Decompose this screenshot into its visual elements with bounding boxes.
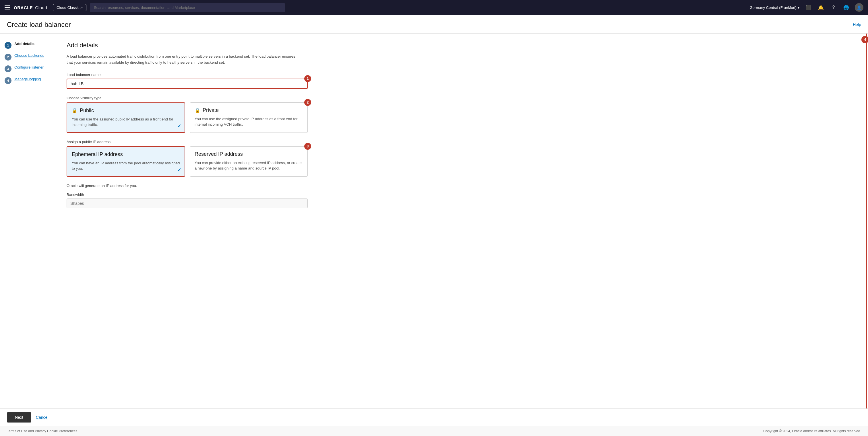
public-card-desc: You can use the assigned public IP addre… [72,116,180,128]
step-2-item[interactable]: 2 Choose backends [5,53,53,61]
annotation-badge-1: 1 [304,75,311,82]
console-icon[interactable]: ⬛ [804,3,812,11]
bandwidth-field-group: Bandwidth [67,193,859,208]
bandwidth-label: Bandwidth [67,193,859,197]
visibility-field-group: Choose visibility type 2 🔓 Public You ca… [67,96,859,133]
step-4-label: Manage logging [14,77,41,81]
search-input[interactable] [90,3,285,12]
main-content: 4 1 Add details 2 Choose backends 3 Conf… [0,34,868,408]
help-icon[interactable]: ? [830,3,838,11]
nav-right: Germany Central (Frankfurt) ▾ ⬛ 🔔 ? 🌐 👤 [750,3,863,12]
ip-card-group: Ephemeral IP address You can have an IP … [67,146,308,177]
reserved-card-title: Reserved IP address [195,151,243,157]
lb-name-label: Load balancer name [67,73,859,77]
step-4-circle: 4 [5,77,11,84]
ip-assign-label: Assign a public IP address [67,140,859,144]
step-1-circle: 1 [5,42,11,49]
ip-assign-field-group: Assign a public IP address 3 Ephemeral I… [67,140,859,177]
region-selector[interactable]: Germany Central (Frankfurt) ▾ [750,5,800,10]
ephemeral-card-title: Ephemeral IP address [72,152,123,158]
step-2-circle: 2 [5,54,11,61]
top-navigation: ORACLE Cloud Cloud Classic > Germany Cen… [0,0,868,15]
lb-name-input[interactable] [67,78,308,89]
cancel-button[interactable]: Cancel [36,415,49,420]
ephemeral-card-desc: You can have an IP address from the pool… [72,160,180,171]
annotation-badge-2: 2 [304,99,311,106]
visibility-private-card[interactable]: 🔒 Private You can use the assigned priva… [190,102,308,133]
reserved-ip-card[interactable]: Reserved IP address You can provide eith… [190,146,308,177]
next-button[interactable]: Next [7,412,31,423]
lock-closed-icon: 🔒 [195,107,200,113]
public-card-check: ✓ [177,123,181,129]
public-card-title: Public [80,107,94,113]
visibility-public-card[interactable]: 🔓 Public You can use the assigned public… [67,102,185,133]
private-card-desc: You can use the assigned private IP addr… [195,116,303,127]
reserved-card-desc: You can provide either an existing reser… [195,160,303,171]
form-main: Add details A load balancer provides aut… [57,34,868,408]
form-section-desc: A load balancer provides automated traff… [67,54,296,66]
step-3-label: Configure listener [14,65,43,69]
lb-name-field-group: Load balancer name 1 [67,73,859,89]
step-3-item[interactable]: 3 Configure listener [5,65,53,72]
globe-icon[interactable]: 🌐 [842,3,850,11]
ephemeral-card-check: ✓ [177,167,181,173]
step-1-label: Add details [14,42,34,46]
bandwidth-input[interactable] [67,199,308,208]
notification-icon[interactable]: 🔔 [817,3,825,11]
footer-left: Terms of Use and Privacy Cookie Preferen… [7,429,77,433]
page-footer: Terms of Use and Privacy Cookie Preferen… [0,426,868,436]
help-link[interactable]: Help [853,22,861,27]
lock-open-icon: 🔓 [72,108,78,113]
private-card-title: Private [203,107,219,113]
steps-sidebar: 1 Add details 2 Choose backends 3 Config… [0,34,57,408]
step4-annotation-badge: 4 [861,36,868,43]
visibility-card-group: 🔓 Public You can use the assigned public… [67,102,308,133]
step-3-circle: 3 [5,65,11,72]
form-section-title: Add details [67,42,859,49]
page-title: Create load balancer [7,21,71,29]
bottom-action-bar: Next Cancel [0,408,868,426]
page-header: Create load balancer Help [0,15,868,34]
ip-notice: Oracle will generate an IP address for y… [67,183,859,188]
visibility-label: Choose visibility type [67,96,859,100]
avatar[interactable]: 👤 [855,3,863,12]
step-2-label: Choose backends [14,53,44,58]
footer-right: Copyright © 2024, Oracle and/or its affi… [763,429,861,433]
step-4-item[interactable]: 4 Manage logging [5,77,53,84]
hamburger-menu[interactable] [5,5,10,9]
brand-logo: ORACLE Cloud [14,5,47,10]
annotation-badge-3: 3 [304,143,311,150]
cloud-classic-button[interactable]: Cloud Classic > [53,4,86,11]
ephemeral-ip-card[interactable]: Ephemeral IP address You can have an IP … [67,146,185,177]
step-1-item: 1 Add details [5,42,53,49]
